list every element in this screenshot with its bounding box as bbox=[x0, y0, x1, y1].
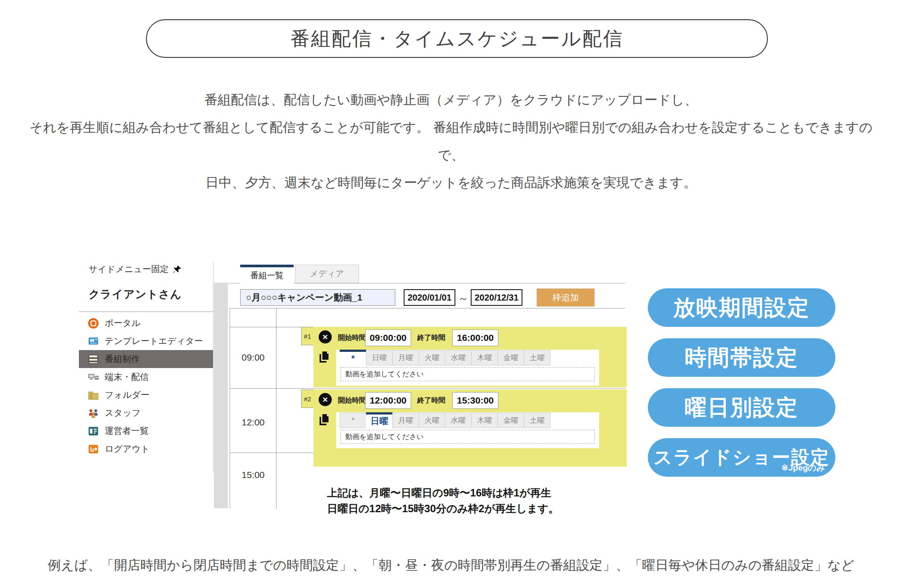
time-column-divider bbox=[276, 308, 277, 509]
app-screenshot: サイドメニュー固定 クライアントさん ポータル テンプ bbox=[79, 262, 625, 508]
slot-1-video-dropzone[interactable]: 動画を追加してください bbox=[341, 367, 595, 381]
schedule-note: 上記は、月曜〜日曜日の9時〜16時は枠1が再生 日曜日の12時〜15時30分のみ… bbox=[327, 485, 559, 517]
day-tab-sun[interactable]: 日曜 bbox=[366, 350, 393, 365]
schedule-slot-2: #2 開始時間 12:00:00 終了時間 15:30:00 * 日曜 月曜 bbox=[313, 390, 627, 467]
intro-line: 日中、夕方、週末など時間毎にターゲットを絞った商品訴求施策を実現できます。 bbox=[0, 169, 902, 196]
sidebar: サイドメニュー固定 クライアントさん ポータル テンプ bbox=[79, 262, 213, 473]
slot-2-start-input[interactable]: 12:00:00 bbox=[365, 392, 411, 409]
sidebar-item-label: ポータル bbox=[105, 317, 140, 329]
feature-pill-slideshow-note: ※Jpegのみ bbox=[781, 462, 825, 474]
day-tab-tue[interactable]: 火曜 bbox=[419, 350, 445, 365]
sidebar-item-template-editor[interactable]: テンプレートエディター bbox=[79, 332, 213, 350]
sidebar-item-label: ログアウト bbox=[105, 443, 149, 455]
end-time-label: 終了時間 bbox=[417, 396, 445, 405]
sidebar-pin-row[interactable]: サイドメニュー固定 bbox=[89, 263, 182, 275]
schedule-table: 09:00 12:00 15:00 #1 開始時間 09:00:00 終了時間 … bbox=[230, 308, 625, 508]
date-from-input[interactable]: 2020/01/01 bbox=[404, 289, 455, 306]
slot-2-close-icon[interactable] bbox=[319, 393, 332, 406]
sidebar-item-label: 端末・配信 bbox=[105, 371, 149, 383]
add-frame-button[interactable]: 枠追加 bbox=[536, 288, 595, 307]
example-line: 例えば、「開店時間から閉店時間までの時間設定」、「朝・昼・夜の時間帯別再生の番組… bbox=[0, 556, 902, 574]
day-tab-mon[interactable]: 月曜 bbox=[392, 413, 419, 428]
sidebar-item-folders[interactable]: フォルダー bbox=[79, 386, 213, 404]
slot-2-day-panel: * 日曜 月曜 火曜 水曜 木曜 金曜 土曜 動画を追加してください bbox=[336, 412, 599, 448]
slot-2-end-input[interactable]: 15:30:00 bbox=[452, 392, 498, 409]
portal-icon bbox=[88, 318, 99, 329]
intro-paragraph: 番組配信は、配信したい動画や静止画（メディア）をクラウドにアップロードし、 それ… bbox=[0, 86, 902, 196]
client-name: クライアントさん bbox=[89, 287, 182, 301]
day-tab-sun[interactable]: 日曜 bbox=[366, 412, 393, 428]
day-tab-wed[interactable]: 水曜 bbox=[445, 413, 472, 428]
sidebar-item-logout[interactable]: ログアウト bbox=[79, 440, 213, 458]
day-tab-thu[interactable]: 木曜 bbox=[471, 350, 498, 365]
sidebar-divider bbox=[79, 312, 213, 312]
sidebar-item-staff[interactable]: スタッフ bbox=[79, 404, 213, 422]
tab-program-list[interactable]: 番組一覧 bbox=[240, 265, 294, 284]
intro-line: で、 bbox=[0, 141, 902, 169]
slot-1-close-icon[interactable] bbox=[319, 330, 332, 344]
main-pane: 番組一覧 メディア ○月○○○キャンペーン動画_1 2020/01/01 ～ 2… bbox=[228, 262, 625, 508]
schedule-note-line: 上記は、月曜〜日曜日の9時〜16時は枠1が再生 bbox=[327, 485, 559, 501]
slot-1-tag: #1 bbox=[301, 327, 313, 345]
sidebar-menu: ポータル テンプレートエディター 番組制作 bbox=[79, 314, 213, 458]
slot-1-start-input[interactable]: 09:00:00 bbox=[365, 329, 411, 346]
day-tab-fri[interactable]: 金曜 bbox=[497, 350, 524, 365]
schedule-slot-1: #1 開始時間 09:00:00 終了時間 16:00:00 * 日曜 月曜 bbox=[313, 327, 627, 387]
logout-icon bbox=[88, 443, 99, 455]
feature-pill-broadcast-period: 放映期間設定 bbox=[648, 288, 835, 327]
day-tab-thu[interactable]: 木曜 bbox=[471, 413, 498, 428]
day-tab-fri[interactable]: 金曜 bbox=[497, 413, 524, 428]
day-tab-tue[interactable]: 火曜 bbox=[419, 413, 445, 428]
sidebar-item-operators[interactable]: 運営者一覧 bbox=[79, 422, 213, 440]
pushpin-icon bbox=[172, 265, 182, 274]
day-tab-mon[interactable]: 月曜 bbox=[392, 350, 419, 365]
intro-line: 番組配信は、配信したい動画や静止画（メディア）をクラウドにアップロードし、 bbox=[0, 86, 902, 113]
slot-1-end-input[interactable]: 16:00:00 bbox=[452, 329, 498, 346]
sidebar-pin-label: サイドメニュー固定 bbox=[89, 263, 169, 275]
feature-pill-weekday: 曜日別設定 bbox=[648, 388, 835, 427]
day-tab-all[interactable]: * bbox=[340, 350, 366, 365]
day-tab-sat[interactable]: 土曜 bbox=[524, 413, 550, 428]
sidebar-item-label: フォルダー bbox=[105, 389, 149, 401]
day-tab-wed[interactable]: 水曜 bbox=[445, 350, 472, 365]
feature-pill-slideshow: スライドショー設定 ※Jpegのみ bbox=[648, 438, 835, 477]
time-label-1500: 15:00 bbox=[230, 470, 276, 480]
day-tab-all[interactable]: * bbox=[340, 413, 366, 428]
folder-icon bbox=[88, 390, 99, 401]
operators-icon bbox=[88, 425, 99, 437]
gridline bbox=[230, 388, 625, 389]
sidebar-item-label: 運営者一覧 bbox=[105, 425, 149, 437]
slot-2-day-tabs: * 日曜 月曜 火曜 水曜 木曜 金曜 土曜 bbox=[336, 412, 599, 428]
sidebar-item-label: スタッフ bbox=[105, 407, 141, 419]
slot-1-day-panel: * 日曜 月曜 火曜 水曜 木曜 金曜 土曜 動画を追加してください bbox=[336, 350, 599, 386]
date-range-separator: ～ bbox=[458, 291, 469, 305]
day-tab-sat[interactable]: 土曜 bbox=[524, 350, 550, 365]
program-name-input[interactable]: ○月○○○キャンペーン動画_1 bbox=[240, 289, 395, 306]
date-to-input[interactable]: 2020/12/31 bbox=[471, 289, 522, 306]
film-icon bbox=[88, 354, 99, 365]
page-title: 番組配信・タイムスケジュール配信 bbox=[146, 19, 768, 58]
slot-2-copy-icon[interactable] bbox=[318, 413, 330, 425]
slot-1-copy-icon[interactable] bbox=[318, 351, 330, 363]
sidebar-item-portal[interactable]: ポータル bbox=[79, 314, 213, 332]
schedule-note-line: 日曜日の12時〜15時30分のみ枠2が再生します。 bbox=[327, 501, 559, 517]
slot-2-tag: #2 bbox=[301, 390, 313, 408]
intro-line: それを再生順に組み合わせて番組として配信することが可能です。 番組作成時に時間別… bbox=[0, 113, 902, 141]
time-label-1200: 12:00 bbox=[230, 417, 276, 428]
sidebar-gap-strip bbox=[214, 283, 228, 508]
sidebar-item-label: 番組制作 bbox=[105, 353, 140, 365]
time-label-0900: 09:00 bbox=[230, 352, 276, 363]
template-editor-icon bbox=[88, 336, 99, 347]
page: 番組配信・タイムスケジュール配信 番組配信は、配信したい動画や静止画（メディア）… bbox=[0, 0, 902, 588]
end-time-label: 終了時間 bbox=[417, 333, 445, 343]
slot-2-video-dropzone[interactable]: 動画を追加してください bbox=[341, 430, 595, 444]
tab-media[interactable]: メディア bbox=[295, 265, 359, 283]
sidebar-item-devices[interactable]: 端末・配信 bbox=[79, 368, 213, 386]
start-time-label: 開始時間 bbox=[338, 333, 366, 343]
sidebar-item-label: テンプレートエディター bbox=[105, 335, 203, 347]
sidebar-item-program-create[interactable]: 番組制作 bbox=[79, 350, 213, 368]
start-time-label: 開始時間 bbox=[338, 396, 366, 405]
staff-icon bbox=[88, 407, 99, 419]
devices-icon bbox=[88, 372, 99, 383]
feature-pill-time-range: 時間帯設定 bbox=[648, 338, 835, 377]
